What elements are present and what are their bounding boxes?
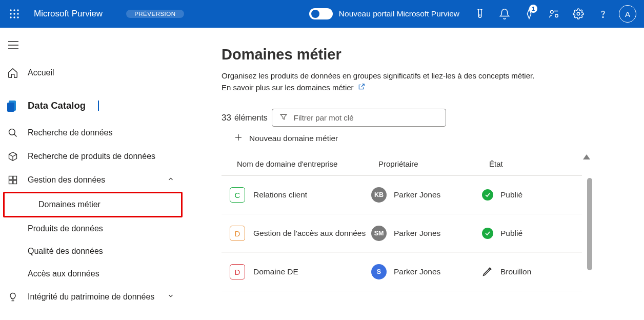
- sidebar-item-label: Accès aux données: [28, 269, 99, 278]
- svg-point-3: [10, 13, 11, 14]
- sidebar-item-label: Gestion des données: [28, 175, 105, 185]
- data-mgmt-icon: [7, 175, 18, 185]
- sidebar-item-label: Produits de données: [28, 224, 103, 233]
- portal-toggle[interactable]: [309, 8, 333, 19]
- plus-icon: [234, 133, 243, 144]
- updates-badge: 1: [529, 5, 537, 13]
- svg-rect-20: [9, 176, 13, 180]
- external-link-icon: [358, 82, 365, 94]
- count-label: éléments: [234, 113, 268, 123]
- sidebar-item-data-mgmt[interactable]: Gestion des données: [0, 168, 186, 192]
- learn-more-text: En savoir plus sur les domaines métier: [222, 82, 354, 94]
- domain-name: Gestion de l'accès aux données: [253, 229, 366, 238]
- svg-line-19: [14, 134, 17, 137]
- check-icon: [482, 228, 493, 239]
- sidebar-item-integrity[interactable]: Intégrité du patrimoine de données: [0, 285, 186, 309]
- learn-more-link[interactable]: En savoir plus sur les domaines métier: [222, 82, 365, 94]
- sidebar-item-search-products[interactable]: Recherche de produits de données: [0, 145, 186, 168]
- sidebar: Accueil Data Catalog Recherche de donnée…: [0, 28, 186, 320]
- avatar-initial: A: [619, 5, 636, 23]
- owner-avatar: SM: [371, 226, 387, 241]
- svg-point-0: [10, 9, 11, 11]
- svg-point-18: [9, 129, 15, 135]
- domain-name: Domaine DE: [253, 267, 298, 276]
- highlight-annotation: Domaines métier: [3, 192, 183, 217]
- svg-point-6: [10, 16, 11, 18]
- new-domain-button[interactable]: Nouveau domaine métier: [222, 127, 644, 144]
- table-row[interactable]: CRelations clientKBParker JonesPublié: [222, 176, 582, 214]
- state-cell: Brouillon: [482, 266, 582, 278]
- desc-text: Organisez les produits de données en gro…: [222, 71, 534, 80]
- sidebar-item-label: Intégrité du patrimoine de données: [28, 292, 154, 302]
- sidebar-section-label: Data Catalog: [28, 100, 86, 111]
- sidebar-item-home[interactable]: Accueil: [0, 61, 186, 85]
- filter-icon: [279, 113, 288, 123]
- app-launcher-icon[interactable]: [5, 5, 24, 23]
- settings-icon[interactable]: [567, 3, 590, 25]
- domain-name-cell: CRelations client: [230, 187, 371, 203]
- page-title: Domaines métier: [222, 46, 644, 63]
- layout: Accueil Data Catalog Recherche de donnée…: [0, 28, 644, 320]
- table-row[interactable]: DDomaine DESParker JonesBrouillon: [222, 253, 582, 291]
- brand-name: Microsoft Purview: [34, 9, 103, 19]
- search-icon: [7, 128, 18, 138]
- filter-placeholder: Filtrer par mot clé: [294, 113, 354, 122]
- feedback-icon[interactable]: [542, 3, 565, 25]
- domain-letter-icon: D: [230, 264, 245, 279]
- svg-point-1: [13, 9, 15, 11]
- menu-toggle-icon[interactable]: [2, 35, 25, 55]
- sidebar-item-data-access[interactable]: Accès aux données: [0, 263, 186, 285]
- owner-name: Parker Jones: [394, 229, 440, 238]
- svg-point-7: [13, 16, 15, 18]
- lightbulb-icon: [7, 292, 18, 302]
- svg-rect-17: [7, 103, 14, 112]
- count-number: 33: [222, 113, 231, 123]
- updates-icon[interactable]: 1: [518, 3, 540, 25]
- filter-input[interactable]: Filtrer par mot clé: [272, 109, 446, 127]
- new-domain-label: Nouveau domaine métier: [249, 134, 338, 143]
- state-cell: Publié: [482, 228, 582, 239]
- sidebar-item-search-data[interactable]: Recherche de données: [0, 121, 186, 145]
- svg-point-2: [17, 9, 18, 11]
- sidebar-item-business-domains[interactable]: Domaines métier: [5, 193, 181, 216]
- col-name-header[interactable]: Nom de domaine d'entreprise: [237, 159, 378, 168]
- portal-toggle-label: Nouveau portail Microsoft Purview: [339, 9, 459, 18]
- sidebar-section-catalog[interactable]: Data Catalog: [0, 85, 186, 121]
- scrollbar-thumb[interactable]: [587, 178, 592, 270]
- domain-name-cell: DGestion de l'accès aux données: [230, 226, 371, 241]
- owner-cell: KBParker Jones: [371, 187, 482, 203]
- catalog-icon: [7, 99, 18, 112]
- header-icons: 1 A: [469, 3, 639, 25]
- preview-badge: PRÉVERSION: [126, 10, 184, 18]
- table-row[interactable]: DGestion de l'accès aux donnéesSMParker …: [222, 214, 582, 253]
- state-label: Brouillon: [500, 267, 531, 276]
- diagnostics-icon[interactable]: [469, 3, 491, 25]
- help-icon[interactable]: [592, 3, 614, 25]
- draft-icon: [482, 266, 493, 278]
- owner-name: Parker Jones: [394, 267, 440, 276]
- sidebar-item-label: Recherche de données: [28, 128, 112, 137]
- header-left: Microsoft Purview PRÉVERSION: [5, 5, 184, 23]
- scroll-up-icon[interactable]: [583, 154, 590, 159]
- svg-point-12: [602, 17, 603, 17]
- home-icon: [7, 67, 18, 78]
- portal-toggle-group: Nouveau portail Microsoft Purview: [309, 8, 459, 19]
- svg-point-10: [555, 14, 558, 17]
- sidebar-item-data-products[interactable]: Produits de données: [0, 217, 186, 240]
- state-label: Publié: [500, 229, 522, 238]
- cursor-indicator: [98, 101, 99, 111]
- domain-letter-icon: C: [230, 187, 245, 203]
- col-state-header[interactable]: État: [489, 159, 582, 168]
- chevron-down-icon: [167, 292, 174, 302]
- owner-cell: SMParker Jones: [371, 226, 482, 241]
- check-icon: [482, 189, 493, 201]
- state-label: Publié: [500, 190, 522, 199]
- owner-avatar: KB: [371, 187, 387, 203]
- sidebar-item-label: Qualité des données: [28, 247, 103, 256]
- domain-name: Relations client: [253, 190, 307, 199]
- account-avatar[interactable]: A: [616, 3, 639, 25]
- svg-point-9: [551, 11, 554, 13]
- col-owner-header[interactable]: Propriétaire: [378, 159, 489, 168]
- sidebar-item-data-quality[interactable]: Qualité des données: [0, 240, 186, 263]
- notifications-icon[interactable]: [493, 3, 516, 25]
